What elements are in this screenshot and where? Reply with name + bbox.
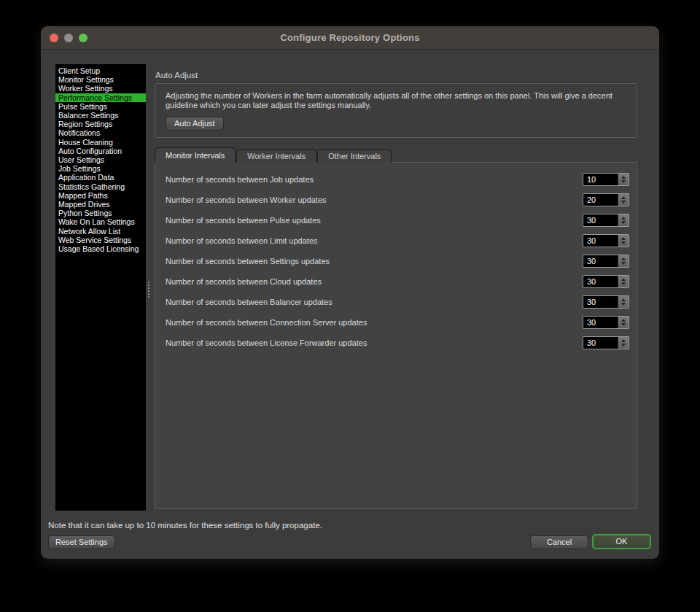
- interval-row-label: Number of seconds between Limit updates: [155, 236, 583, 245]
- interval-row-label: Number of seconds between Worker updates: [155, 195, 583, 204]
- minimize-window-icon[interactable]: [64, 34, 73, 42]
- spinbox-buttons: [618, 194, 629, 206]
- auto-adjust-section-label: Auto Adjust: [155, 71, 637, 80]
- cancel-button[interactable]: Cancel: [530, 535, 588, 549]
- sidebar-item-client-setup[interactable]: Client Setup: [55, 66, 146, 75]
- spin-down-icon[interactable]: [621, 262, 626, 265]
- interval-spinbox[interactable]: 30: [583, 316, 629, 329]
- spinbox-value[interactable]: 30: [583, 296, 618, 308]
- spinbox-value[interactable]: 30: [583, 337, 618, 349]
- interval-spinbox[interactable]: 30: [583, 234, 629, 247]
- sidebar-item-mapped-drives[interactable]: Mapped Drives: [55, 200, 146, 209]
- close-window-icon[interactable]: [50, 34, 58, 42]
- spinbox-value[interactable]: 30: [583, 235, 618, 247]
- spin-down-icon[interactable]: [621, 201, 626, 204]
- reset-settings-button[interactable]: Reset Settings: [48, 535, 115, 549]
- tab-worker-intervals[interactable]: Worker Intervals: [236, 149, 316, 163]
- title-bar: Configure Repository Options: [41, 26, 659, 50]
- sidebar-item-job-settings[interactable]: Job Settings: [55, 164, 146, 173]
- spinbox-value[interactable]: 30: [583, 317, 618, 328]
- spinbox-value[interactable]: 30: [583, 276, 618, 287]
- settings-category-list: Client Setup Monitor Settings Worker Set…: [55, 64, 146, 511]
- propagate-note: Note that it can take up to 10 minutes f…: [48, 521, 322, 530]
- sidebar-item-application-data[interactable]: Application Data: [55, 173, 146, 182]
- spin-up-icon[interactable]: [621, 237, 626, 240]
- splitter-handle[interactable]: [148, 282, 149, 298]
- tab-monitor-intervals[interactable]: Monitor Intervals: [155, 147, 236, 163]
- intervals-tab-bar: Monitor Intervals Worker Intervals Other…: [155, 147, 637, 163]
- sidebar-item-network-allow-list[interactable]: Network Allow List: [55, 227, 146, 236]
- interval-spinbox[interactable]: 30: [583, 255, 629, 268]
- configure-repository-options-dialog: Configure Repository Options Client Setu…: [41, 26, 659, 559]
- spinbox-buttons: [618, 276, 629, 287]
- spinbox-value[interactable]: 10: [583, 174, 618, 185]
- interval-spinbox[interactable]: 10: [583, 173, 629, 186]
- spinbox-value[interactable]: 20: [583, 194, 618, 206]
- sidebar-item-wake-on-lan-settings[interactable]: Wake On Lan Settings: [55, 217, 146, 226]
- spin-down-icon[interactable]: [621, 180, 626, 183]
- sidebar-item-python-settings[interactable]: Python Settings: [55, 209, 146, 217]
- spin-up-icon[interactable]: [621, 217, 626, 220]
- interval-spinbox[interactable]: 30: [583, 214, 629, 227]
- spin-up-icon[interactable]: [621, 257, 626, 260]
- interval-row-label: Number of seconds between License Forwar…: [155, 338, 583, 347]
- sidebar-item-worker-settings[interactable]: Worker Settings: [55, 84, 146, 93]
- spinbox-buttons: [618, 317, 629, 328]
- spinbox-buttons: [618, 255, 629, 267]
- spin-up-icon[interactable]: [621, 176, 626, 179]
- interval-row: Number of seconds between Job updates 10: [155, 169, 637, 190]
- performance-settings-panel: Auto Adjust Adjusting the number of Work…: [155, 64, 637, 509]
- auto-adjust-description: Adjusting the number of Workers in the f…: [166, 91, 626, 110]
- sidebar-item-performance-settings[interactable]: Performance Settings: [55, 93, 146, 102]
- sidebar-item-house-cleaning[interactable]: House Cleaning: [55, 138, 146, 147]
- window-title: Configure Repository Options: [280, 32, 419, 43]
- spin-down-icon[interactable]: [621, 221, 626, 224]
- interval-row-label: Number of seconds between Balancer updat…: [155, 298, 583, 306]
- interval-row: Number of seconds between Worker updates…: [155, 190, 637, 210]
- sidebar-item-usage-based-licensing[interactable]: Usage Based Licensing: [55, 244, 146, 253]
- tab-other-intervals[interactable]: Other Intervals: [317, 149, 392, 163]
- spinbox-buttons: [618, 174, 629, 185]
- sidebar-item-pulse-settings[interactable]: Pulse Settings: [55, 102, 146, 111]
- interval-spinbox[interactable]: 30: [583, 295, 629, 309]
- sidebar-item-auto-configuration[interactable]: Auto Configuration: [55, 147, 146, 155]
- spin-down-icon[interactable]: [621, 344, 626, 346]
- spin-up-icon[interactable]: [621, 278, 626, 281]
- interval-row-label: Number of seconds between Cloud updates: [155, 277, 583, 286]
- sidebar-item-region-settings[interactable]: Region Settings: [55, 120, 146, 128]
- zoom-window-icon[interactable]: [79, 34, 88, 42]
- spin-up-icon[interactable]: [621, 196, 626, 199]
- spin-down-icon[interactable]: [621, 303, 626, 306]
- sidebar-item-monitor-settings[interactable]: Monitor Settings: [55, 75, 146, 84]
- spinbox-buttons: [618, 235, 629, 247]
- spinbox-buttons: [618, 337, 629, 349]
- sidebar-item-user-settings[interactable]: User Settings: [55, 155, 146, 164]
- spinbox-value[interactable]: 30: [583, 255, 618, 267]
- auto-adjust-groupbox: Adjusting the number of Workers in the f…: [155, 83, 637, 138]
- sidebar-item-web-service-settings[interactable]: Web Service Settings: [55, 236, 146, 244]
- spin-up-icon[interactable]: [621, 319, 626, 322]
- interval-spinbox[interactable]: 30: [583, 336, 629, 349]
- sidebar-item-mapped-paths[interactable]: Mapped Paths: [55, 191, 146, 200]
- interval-spinbox[interactable]: 20: [583, 193, 629, 206]
- sidebar-item-balancer-settings[interactable]: Balancer Settings: [55, 111, 146, 120]
- interval-row: Number of seconds between Connection Ser…: [155, 312, 637, 333]
- spin-down-icon[interactable]: [621, 241, 626, 244]
- traffic-lights: [50, 26, 88, 50]
- interval-row: Number of seconds between Cloud updates …: [155, 271, 637, 292]
- sidebar-item-notifications[interactable]: Notifications: [55, 128, 146, 137]
- auto-adjust-button[interactable]: Auto Adjust: [166, 117, 224, 131]
- interval-spinbox[interactable]: 30: [583, 275, 629, 288]
- sidebar-item-statistics-gathering[interactable]: Statistics Gathering: [55, 182, 146, 191]
- interval-row-label: Number of seconds between Connection Ser…: [155, 318, 583, 327]
- spin-up-icon[interactable]: [621, 339, 626, 342]
- spinbox-value[interactable]: 30: [583, 214, 618, 226]
- ok-button[interactable]: OK: [592, 534, 651, 549]
- spin-down-icon[interactable]: [621, 282, 626, 285]
- spin-down-icon[interactable]: [621, 323, 626, 326]
- interval-row-label: Number of seconds between Pulse updates: [155, 216, 583, 225]
- interval-row-label: Number of seconds between Settings updat…: [155, 257, 583, 266]
- interval-row-label: Number of seconds between Job updates: [155, 175, 583, 184]
- spin-up-icon[interactable]: [621, 298, 626, 301]
- spinbox-buttons: [618, 214, 629, 226]
